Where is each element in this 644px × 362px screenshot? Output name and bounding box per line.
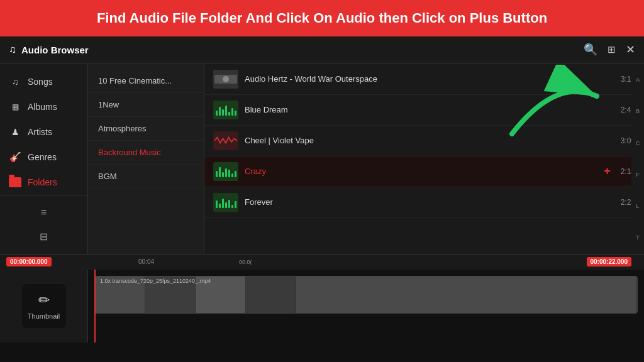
timeline-left-panel: ✏ Thumbnail (0, 270, 88, 343)
sidebar: ♫ Songs ▦ Albums ♟ Artists 🎸 Genres Fold… (0, 64, 88, 254)
svg-point-2 (223, 76, 229, 82)
track-item-blue-dream[interactable]: Blue Dream 2:43 (204, 95, 644, 126)
folder-item-backround[interactable]: Backround Music (88, 141, 204, 165)
alpha-b[interactable]: B (636, 108, 640, 114)
grid-view-button[interactable]: ⊞ (608, 44, 616, 55)
pencil-icon: ✏ (38, 292, 50, 309)
sidebar-artists-label: Artists (28, 127, 52, 137)
playhead (94, 270, 96, 343)
svg-rect-3 (214, 135, 237, 146)
track-name-forever: Forever (245, 197, 614, 207)
mixer-icon: ≡ (41, 207, 47, 218)
track-name-cheel: Cheel | Violet Vape (245, 136, 614, 145)
track-icon: ⊟ (40, 231, 48, 243)
bars-icon-crazy (216, 166, 236, 177)
audio-browser-title: ♫ Audio Browser (9, 44, 584, 55)
albums-icon: ▦ (9, 101, 21, 113)
folder-box-icon (9, 177, 21, 187)
timeline-tracks: ✏ Thumbnail 1.0x transcode_720p_25fps_21… (0, 270, 644, 343)
alpha-c[interactable]: C (636, 140, 640, 146)
folder-item-atmospheres[interactable]: Atmospheres (88, 117, 204, 141)
track-name-blue-dream: Blue Dream (245, 105, 614, 114)
folders-icon (9, 176, 21, 189)
sidebar-songs-label: Songs (28, 77, 53, 87)
sidebar-item-genres[interactable]: 🎸 Genres (0, 145, 87, 170)
genres-icon: 🎸 (9, 151, 21, 163)
bars-icon-blue-dream (216, 104, 236, 116)
timeline-marker-oc: 00:0( (239, 259, 252, 265)
sidebar-item-folders[interactable]: Folders (0, 170, 87, 195)
alpha-l[interactable]: L (636, 203, 639, 209)
audio-browser-label: Audio Browser (21, 45, 89, 55)
sidebar-item-songs[interactable]: ♫ Songs (0, 69, 87, 94)
sidebar-track-button[interactable]: ⊟ (0, 224, 87, 249)
clip-frame-4 (246, 277, 296, 313)
track-thumb-cheel (213, 131, 238, 150)
timeline-area: 00:00:00.000 00:04 00:0( 00:00:22.000 ✏ … (0, 254, 644, 342)
track-thumb-war (213, 70, 238, 89)
timeline-ruler: 00:00:00.000 00:04 00:0( 00:00:22.000 (0, 255, 644, 270)
track-item-forever[interactable]: Forever 2:24 (204, 187, 644, 218)
alpha-index[interactable]: A B C F L T (631, 64, 644, 254)
songs-icon: ♫ (9, 75, 21, 88)
folder-item-1new[interactable]: 1New (88, 93, 204, 117)
sidebar-albums-label: Albums (28, 102, 57, 112)
track-thumb-forever (213, 193, 238, 212)
video-clip[interactable]: 1.0x transcode_720p_25fps_2110240_.mp4 (94, 276, 638, 314)
search-button[interactable]: 🔍 (584, 43, 597, 57)
time-start-badge: 00:00:00.000 (6, 257, 52, 266)
music-note-icon: ♫ (9, 44, 16, 55)
close-button[interactable]: ✕ (626, 43, 635, 57)
track-item-audio-hertz[interactable]: Audio Hertz - World War Outerspace 3:19 (204, 64, 644, 95)
timeline-marker-04: 00:04 (138, 258, 154, 265)
folder-list-panel: 10 Free Cinematic... 1New Atmospheres Ba… (88, 64, 204, 254)
track-item-crazy[interactable]: Crazy + 2:14 (204, 156, 644, 187)
track-thumb-blue-dream (213, 101, 238, 119)
alpha-f[interactable]: F (636, 172, 640, 178)
bars-icon-forever (216, 197, 236, 208)
header-icons: 🔍 ⊞ ✕ (584, 43, 635, 57)
app-container: ♫ Audio Browser 🔍 ⊞ ✕ ♫ Songs ▦ Albums ♟… (0, 36, 644, 342)
sidebar-genres-label: Genres (28, 152, 57, 162)
sidebar-folders-label: Folders (28, 177, 57, 187)
add-track-button[interactable]: + (604, 165, 611, 178)
folder-item-bgm[interactable]: BGM (88, 165, 204, 189)
timeline-right: 1.0x transcode_720p_25fps_2110240_.mp4 (88, 270, 644, 343)
content-wrapper: ♫ Songs ▦ Albums ♟ Artists 🎸 Genres Fold… (0, 64, 644, 254)
folder-item-cinematic[interactable]: 10 Free Cinematic... (88, 69, 204, 93)
sidebar-item-albums[interactable]: ▦ Albums (0, 94, 87, 119)
thumbnail-label: Thumbnail (28, 312, 60, 320)
track-item-cheel[interactable]: Cheel | Violet Vape 3:00 (204, 126, 644, 156)
alpha-t[interactable]: T (636, 234, 640, 241)
artists-icon: ♟ (9, 126, 21, 138)
sidebar-item-artists[interactable]: ♟ Artists (0, 119, 87, 145)
track-list: Audio Hertz - World War Outerspace 3:19 (204, 64, 644, 254)
instruction-banner: Find Audio File Folder And Click On Audi… (0, 0, 644, 36)
time-end-badge: 00:00:22.000 (587, 257, 632, 266)
track-thumb-crazy (213, 162, 238, 181)
sidebar-mixer-button[interactable]: ≡ (0, 200, 87, 224)
track-name-crazy: Crazy (245, 167, 597, 176)
track-name-audio-hertz: Audio Hertz - World War Outerspace (245, 74, 614, 84)
thumbnail-button[interactable]: ✏ Thumbnail (22, 284, 66, 328)
clip-frame-5 (296, 277, 637, 313)
alpha-a[interactable]: A (636, 77, 640, 83)
audio-browser-header: ♫ Audio Browser 🔍 ⊞ ✕ (0, 36, 644, 64)
clip-name: 1.0x transcode_720p_25fps_2110240_.mp4 (100, 278, 211, 284)
